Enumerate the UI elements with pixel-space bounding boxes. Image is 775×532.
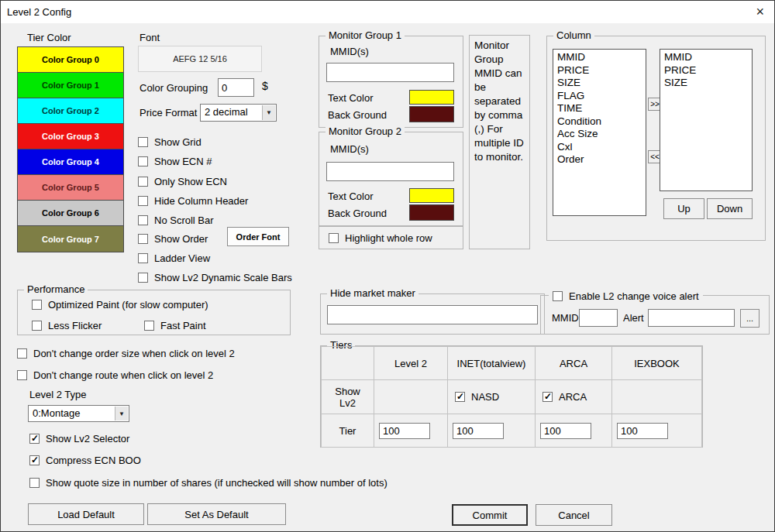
checkbox-box [17, 348, 27, 359]
background-label: Back Ground [328, 208, 387, 219]
list-item[interactable]: TIME [557, 102, 642, 115]
set-as-default-button[interactable]: Set As Default [147, 503, 286, 525]
tier-iexbook-input[interactable] [617, 423, 668, 439]
monitor-group-2-mmid-input[interactable] [326, 162, 454, 181]
tier-arca-input[interactable] [540, 423, 591, 439]
tier-level2-input[interactable] [379, 423, 430, 439]
show-quote-size-checkbox[interactable]: Show quote size in number of shares (if … [29, 477, 388, 489]
tier-color-label: Tier Color [27, 32, 71, 43]
tiers-cell [448, 414, 536, 448]
commit-button[interactable]: Commit [452, 504, 528, 526]
checkbox-box [138, 196, 148, 206]
cancel-button[interactable]: Cancel [536, 504, 612, 526]
checkbox-box [138, 156, 148, 166]
list-item[interactable]: SIZE [557, 77, 642, 90]
text-color-swatch[interactable] [409, 90, 454, 105]
color-group-item[interactable]: Color Group 0 [18, 47, 123, 73]
dont-change-route-checkbox[interactable]: Don't change route when click on level 2 [17, 369, 213, 381]
list-item[interactable]: Cxl [557, 141, 642, 154]
voice-alert-alert-input[interactable] [648, 309, 735, 327]
highlight-row-box: Highlight whole row [319, 226, 463, 249]
color-group-item[interactable]: Color Group 1 [18, 73, 123, 98]
list-item[interactable]: MMID [664, 51, 748, 64]
checkbox-label: Show ECN # [154, 156, 212, 167]
show-ecn-number-checkbox[interactable]: Show ECN # [138, 156, 212, 167]
fast-paint-checkbox[interactable]: Fast Paint [144, 320, 206, 331]
checkbox-box [29, 434, 40, 444]
color-group-item[interactable]: Color Group 6 [18, 201, 123, 226]
text-color-label: Text Color [328, 190, 374, 202]
close-icon[interactable]: × [756, 4, 764, 19]
list-item[interactable]: Condition [557, 115, 642, 129]
color-group-item[interactable]: Color Group 5 [18, 175, 123, 201]
no-scroll-bar-checkbox[interactable]: No Scroll Bar [138, 215, 214, 226]
price-format-select[interactable]: 2 decimal ▼ [200, 104, 277, 122]
checkbox-label: Show quote size in number of shares (if … [46, 477, 388, 489]
color-grouping-input[interactable] [218, 78, 254, 97]
monitor-group-1-mmid-input[interactable] [326, 63, 454, 82]
column-box: Column MMID PRICE SIZE FLAG TIME Conditi… [546, 36, 766, 241]
monitor-group-note: Monitor Group MMID can be separated by c… [469, 35, 530, 249]
color-group-item[interactable]: Color Group 7 [18, 226, 123, 252]
hide-column-header-checkbox[interactable]: Hide Column Header [138, 195, 248, 207]
tiers-cell [536, 414, 612, 448]
tiers-cell: ARCA [536, 380, 612, 414]
load-default-button[interactable]: Load Default [28, 503, 144, 525]
checkbox-label: Don't change route when click on level 2 [33, 369, 213, 381]
background-color-swatch[interactable] [409, 106, 454, 122]
show-lv2-dynamic-scale-bars-checkbox[interactable]: Show Lv2 Dynamic Scale Bars [138, 272, 292, 283]
column-legend: Column [553, 29, 594, 41]
checkbox-label: Show Lv2 Dynamic Scale Bars [154, 272, 292, 283]
color-group-item[interactable]: Color Group 4 [18, 149, 123, 175]
up-button[interactable]: Up [663, 198, 704, 219]
font-label: Font [140, 32, 160, 43]
list-item[interactable]: PRICE [664, 64, 748, 77]
checkbox-label: Optimized Paint (for slow computer) [48, 299, 208, 311]
only-show-ecn-checkbox[interactable]: Only Show ECN [138, 176, 227, 187]
available-columns-list[interactable]: MMID PRICE SIZE FLAG TIME Condition Acc … [553, 49, 646, 216]
selected-columns-list[interactable]: MMID PRICE SIZE [660, 49, 753, 191]
checkbox-label: Fast Paint [160, 320, 206, 331]
show-grid-checkbox[interactable]: Show Grid [138, 136, 202, 148]
performance-legend: Performance [24, 283, 88, 295]
font-button[interactable]: AEFG 12 5/16 [138, 46, 262, 72]
hide-market-maker-input[interactable] [327, 305, 538, 324]
checkbox-box [17, 370, 27, 380]
checkbox-box [542, 392, 553, 402]
list-item[interactable]: MMID [557, 51, 642, 64]
show-order-checkbox[interactable]: Show Order [138, 233, 208, 245]
background-color-swatch[interactable] [409, 204, 454, 221]
window-title: Level 2 Config [7, 6, 71, 18]
enable-l2-voice-alert-checkbox[interactable]: Enable L2 change voice alert [549, 290, 703, 302]
list-item[interactable]: Order [557, 153, 642, 166]
checkbox-box [138, 137, 148, 147]
less-flicker-checkbox[interactable]: Less Flicker [32, 320, 102, 331]
checkbox-label: Highlight whole row [345, 232, 432, 244]
color-group-item[interactable]: Color Group 2 [18, 98, 123, 124]
compress-ecn-boo-checkbox[interactable]: Compress ECN BOO [29, 455, 141, 466]
down-button[interactable]: Down [707, 198, 753, 219]
tier-inet-input[interactable] [453, 423, 504, 439]
level2-type-select[interactable]: 0:Montage ▼ [28, 405, 129, 422]
voice-alert-browse-button[interactable]: ... [740, 309, 760, 328]
checkbox-box [29, 455, 40, 465]
checkbox-label: Less Flicker [48, 320, 102, 331]
list-item[interactable]: SIZE [664, 77, 748, 90]
checkbox-box [553, 291, 563, 301]
color-group-item[interactable]: Color Group 3 [18, 124, 123, 149]
text-color-label: Text Color [328, 92, 374, 104]
list-item[interactable]: PRICE [557, 64, 642, 77]
list-item[interactable]: FLAG [557, 90, 642, 103]
arca-checkbox[interactable]: ARCA [542, 391, 611, 403]
highlight-whole-row-checkbox[interactable]: Highlight whole row [329, 232, 432, 244]
nasd-checkbox[interactable]: NASD [455, 391, 535, 403]
show-lv2-selector-checkbox[interactable]: Show Lv2 Selector [29, 433, 129, 444]
voice-alert-mmid-input[interactable] [579, 309, 618, 327]
text-color-swatch[interactable] [409, 188, 454, 203]
ladder-view-checkbox[interactable]: Ladder View [138, 252, 210, 264]
order-font-button[interactable]: Order Font [227, 227, 289, 246]
list-item[interactable]: Acc Size [557, 128, 642, 141]
dont-change-order-size-checkbox[interactable]: Don't change order size when click on le… [17, 348, 235, 359]
tiers-cell [612, 414, 702, 448]
optimized-paint-checkbox[interactable]: Optimized Paint (for slow computer) [32, 299, 208, 311]
